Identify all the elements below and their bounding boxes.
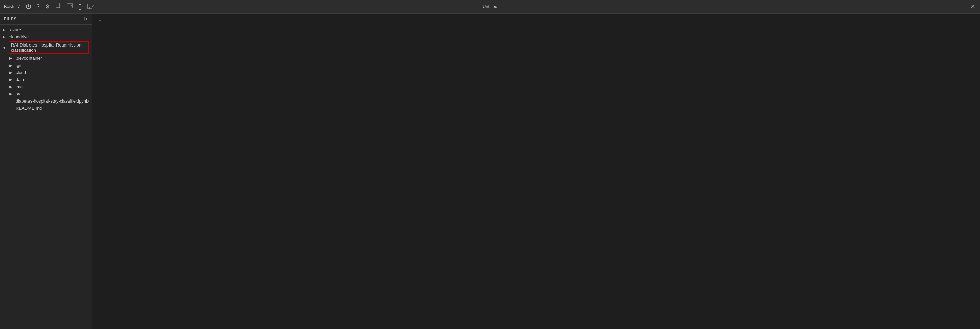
power-icon[interactable]: ⏻ [26,4,31,10]
shell-dropdown-arrow[interactable]: ∨ [17,4,20,9]
folder-label-git: .git [16,63,21,68]
sidebar-title: FILES [4,17,17,21]
sidebar-item-notebook[interactable]: ▶ diabetes-hospital-stay-classifier.ipyn… [0,97,92,105]
chevron-right-icon: ▶ [10,64,14,67]
braces-icon[interactable]: {} [78,4,82,10]
sidebar-item-azure[interactable]: ▶ .azure [0,26,92,33]
line-numbers: 1 [92,14,105,329]
sidebar-item-rai-folder[interactable]: ▼ RAI-Diabetes-Hospital-Readmission-clas… [0,40,92,55]
settings-icon[interactable]: ⚙ [45,3,50,10]
title-bar-left: Bash ∨ ⏻ ? ⚙ {} [4,3,94,11]
sidebar-item-cloud[interactable]: ▶ cloud [0,69,92,76]
title-bar: Bash ∨ ⏻ ? ⚙ {} [0,0,980,14]
cloud-icon[interactable] [87,3,94,10]
minimize-button[interactable]: — [945,4,951,10]
maximize-button[interactable]: □ [957,4,964,10]
folder-label-data: data [16,77,24,82]
chevron-right-icon: ▶ [3,35,8,39]
editor-content: 1 [92,14,980,329]
chevron-right-icon: ▶ [10,70,14,74]
main-content: FILES ↻ ▶ .azure ▶ clouddrive ▼ RAI-Diab… [0,14,980,329]
chevron-right-icon: ▶ [10,92,14,96]
chevron-right-icon: ▶ [10,78,14,81]
folder-label-img: img [16,84,23,89]
file-label-notebook: diabetes-hospital-stay-classifier.ipynb [16,99,89,104]
rai-folder-highlighted: RAI-Diabetes-Hospital-Readmission-classi… [9,42,89,54]
folder-label-azure: .azure [9,27,21,32]
help-icon[interactable]: ? [37,4,40,10]
code-area[interactable] [105,14,980,329]
shell-label: Bash [4,4,14,9]
chevron-down-icon: ▼ [3,46,8,50]
sidebar-header: FILES ↻ [0,14,92,25]
window-title: Untitled [482,4,498,9]
sidebar-item-data[interactable]: ▶ data [0,76,92,83]
sidebar-item-clouddrive[interactable]: ▶ clouddrive [0,33,92,40]
file-tree: ▶ .azure ▶ clouddrive ▼ RAI-Diabetes-Hos… [0,25,92,113]
sidebar-item-git[interactable]: ▶ .git [0,62,92,69]
title-bar-icons: ⏻ ? ⚙ {} [26,3,94,11]
line-number-1: 1 [94,16,101,23]
sidebar: FILES ↻ ▶ .azure ▶ clouddrive ▼ RAI-Diab… [0,14,92,329]
chevron-right-icon: ▶ [3,28,8,32]
new-file-icon[interactable] [55,3,61,11]
folder-label-clouddrive: clouddrive [9,34,29,39]
close-button[interactable]: ✕ [969,3,976,10]
refresh-icon[interactable]: ↻ [83,16,88,22]
split-icon[interactable] [67,3,73,11]
folder-label-devcontainer: .devcontainer [16,56,42,61]
sidebar-item-src[interactable]: ▶ src [0,90,92,97]
folder-label-rai: RAI-Diabetes-Hospital-Readmission-classi… [11,42,87,53]
chevron-right-icon: ▶ [10,85,14,89]
folder-label-src: src [16,91,21,96]
sidebar-item-img[interactable]: ▶ img [0,83,92,90]
window-controls: — □ ✕ [945,3,976,10]
sidebar-item-devcontainer[interactable]: ▶ .devcontainer [0,55,92,62]
folder-label-cloud: cloud [16,70,26,75]
sidebar-item-readme[interactable]: ▶ README.md [0,105,92,112]
editor-area: 1 [92,14,980,329]
file-label-readme: README.md [16,105,42,111]
chevron-right-icon: ▶ [10,56,14,60]
